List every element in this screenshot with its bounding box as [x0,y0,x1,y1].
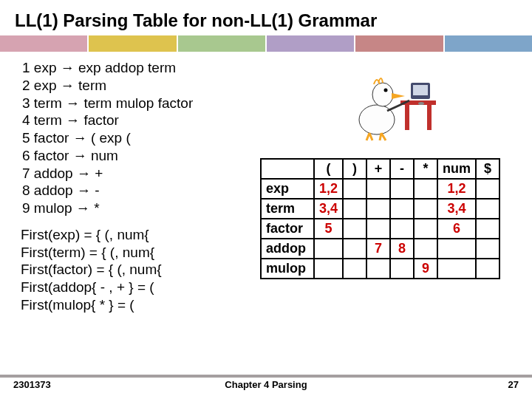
rule-line: 2 exp → term [22,77,532,95]
footer-center: Chapter 4 Parsing [0,379,532,390]
cell [343,239,366,259]
cell [390,199,414,219]
cell [476,259,499,279]
cell [476,239,499,259]
col-head: * [414,159,437,179]
color-band [0,35,532,52]
table-row: exp 1,2 1,2 [261,179,499,199]
cell [390,259,414,279]
cell [343,179,366,199]
table-row: term 3,4 3,4 [261,199,499,219]
cell [414,179,437,199]
cell [437,239,476,259]
cell: 8 [390,239,414,259]
svg-marker-7 [392,93,405,99]
cell [390,219,414,239]
row-head: term [261,199,314,219]
cell: 9 [414,259,437,279]
row-head: addop [261,239,314,259]
cell [343,199,366,219]
cell [414,239,437,259]
cell [366,179,390,199]
cell: 6 [437,219,476,239]
col-head: num [437,159,476,179]
col-head: - [390,159,414,179]
cell: 3,4 [437,199,476,219]
cell [476,199,499,219]
col-head: + [366,159,390,179]
cell: 3,4 [314,199,343,219]
col-head: ) [343,159,366,179]
rule-line: 5 factor → ( exp ( [22,129,532,147]
cell: 7 [366,239,390,259]
rule-line: 1 exp → exp addop term [22,59,532,77]
svg-rect-4 [413,85,428,95]
first-line: First(addop{ - , + } = ( [21,279,532,296]
svg-rect-2 [427,105,432,130]
col-head: $ [476,159,499,179]
cell [366,259,390,279]
cell [414,199,437,219]
cell [390,179,414,199]
table-row: addop 7 8 [261,239,499,259]
cell [366,219,390,239]
col-head: ( [314,159,343,179]
footer: Chapter 4 Parsing 2301373 27 [0,375,532,394]
cell [437,259,476,279]
row-head: factor [261,219,314,239]
cell: 1,2 [437,179,476,199]
rule-line: 4 term → factor [22,112,532,129]
slide-title: LL(1) Parsing Table for non-LL(1) Gramma… [0,0,532,35]
svg-point-6 [372,83,393,106]
row-head: exp [261,179,314,199]
cell [314,239,343,259]
table-corner [261,159,314,179]
svg-point-8 [384,89,388,92]
cell [476,179,499,199]
rule-line: 3 term → term mulop factor [22,95,532,112]
table-row: factor 5 6 [261,219,499,239]
cell: 1,2 [314,179,343,199]
cell [343,219,366,239]
row-head: mulop [261,259,314,279]
cell [343,259,366,279]
svg-rect-1 [405,105,409,130]
parsing-table: ( ) + - * num $ exp 1,2 1,2 term 3,4 3,4 [260,158,500,279]
cell [414,219,437,239]
cell [314,259,343,279]
table-row: mulop 9 [261,259,499,279]
cell: 5 [314,219,343,239]
first-line: First(mulop{ * } = ( [21,296,532,314]
cell [366,199,390,219]
cartoon-duck-icon [347,66,451,148]
cell [476,219,499,239]
svg-point-9 [418,102,424,105]
